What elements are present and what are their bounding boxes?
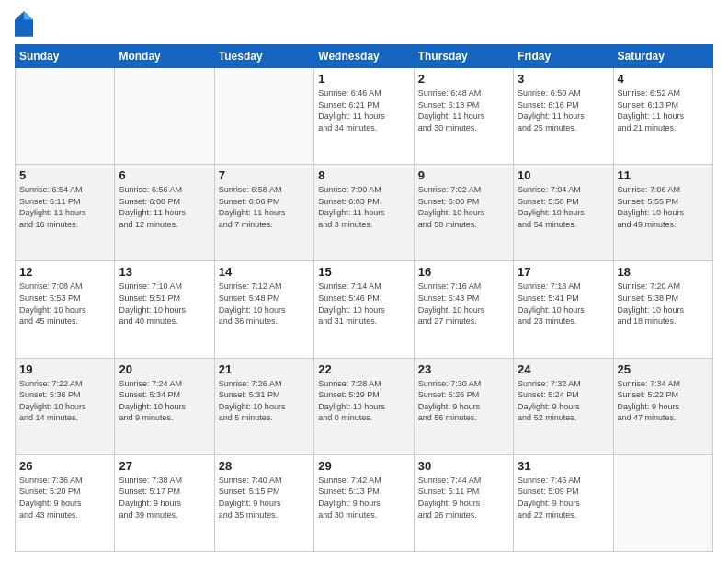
day-info: Sunrise: 7:04 AM Sunset: 5:58 PM Dayligh… xyxy=(518,184,609,230)
day-info: Sunrise: 7:42 AM Sunset: 5:13 PM Dayligh… xyxy=(318,475,409,521)
calendar-week-row: 1Sunrise: 6:46 AM Sunset: 6:21 PM Daylig… xyxy=(16,68,713,165)
day-number: 29 xyxy=(318,459,409,473)
day-info: Sunrise: 6:50 AM Sunset: 6:16 PM Dayligh… xyxy=(518,87,609,133)
day-number: 1 xyxy=(318,72,409,86)
calendar-cell: 14Sunrise: 7:12 AM Sunset: 5:48 PM Dayli… xyxy=(214,261,313,358)
day-number: 24 xyxy=(518,362,609,376)
day-info: Sunrise: 7:32 AM Sunset: 5:24 PM Dayligh… xyxy=(518,378,609,424)
day-info: Sunrise: 7:40 AM Sunset: 5:15 PM Dayligh… xyxy=(219,475,310,521)
day-number: 9 xyxy=(418,168,509,182)
day-number: 6 xyxy=(119,168,210,182)
calendar-header-row: SundayMondayTuesdayWednesdayThursdayFrid… xyxy=(16,45,713,68)
day-header-friday: Friday xyxy=(514,45,613,68)
calendar-cell: 25Sunrise: 7:34 AM Sunset: 5:22 PM Dayli… xyxy=(613,358,712,454)
calendar-cell: 7Sunrise: 6:58 AM Sunset: 6:06 PM Daylig… xyxy=(214,165,313,261)
day-number: 30 xyxy=(418,459,509,473)
calendar-cell: 22Sunrise: 7:28 AM Sunset: 5:29 PM Dayli… xyxy=(314,358,414,454)
calendar-cell: 16Sunrise: 7:16 AM Sunset: 5:43 PM Dayli… xyxy=(414,261,513,358)
day-header-thursday: Thursday xyxy=(414,45,513,68)
calendar-cell: 13Sunrise: 7:10 AM Sunset: 5:51 PM Dayli… xyxy=(115,261,214,358)
day-number: 25 xyxy=(618,362,709,376)
calendar-cell: 17Sunrise: 7:18 AM Sunset: 5:41 PM Dayli… xyxy=(514,261,613,358)
day-info: Sunrise: 7:20 AM Sunset: 5:38 PM Dayligh… xyxy=(618,281,709,327)
calendar-cell: 20Sunrise: 7:24 AM Sunset: 5:34 PM Dayli… xyxy=(115,358,214,454)
day-header-sunday: Sunday xyxy=(16,45,115,68)
calendar-week-row: 12Sunrise: 7:08 AM Sunset: 5:53 PM Dayli… xyxy=(16,261,713,358)
day-number: 3 xyxy=(518,72,609,86)
day-number: 4 xyxy=(618,72,709,86)
day-info: Sunrise: 6:48 AM Sunset: 6:18 PM Dayligh… xyxy=(418,87,509,133)
calendar-cell: 1Sunrise: 6:46 AM Sunset: 6:21 PM Daylig… xyxy=(314,68,414,165)
day-number: 27 xyxy=(119,459,210,473)
calendar-cell: 24Sunrise: 7:32 AM Sunset: 5:24 PM Dayli… xyxy=(514,358,613,454)
calendar-cell: 19Sunrise: 7:22 AM Sunset: 5:36 PM Dayli… xyxy=(16,358,115,454)
day-number: 14 xyxy=(219,265,310,279)
day-number: 13 xyxy=(119,265,210,279)
day-number: 8 xyxy=(318,168,409,182)
calendar-cell: 18Sunrise: 7:20 AM Sunset: 5:38 PM Dayli… xyxy=(613,261,712,358)
day-info: Sunrise: 7:00 AM Sunset: 6:03 PM Dayligh… xyxy=(318,184,409,230)
calendar-cell: 12Sunrise: 7:08 AM Sunset: 5:53 PM Dayli… xyxy=(16,261,115,358)
calendar-cell: 15Sunrise: 7:14 AM Sunset: 5:46 PM Dayli… xyxy=(314,261,414,358)
day-info: Sunrise: 6:52 AM Sunset: 6:13 PM Dayligh… xyxy=(618,87,709,133)
day-number: 28 xyxy=(219,459,310,473)
calendar-cell xyxy=(214,68,313,165)
day-info: Sunrise: 7:44 AM Sunset: 5:11 PM Dayligh… xyxy=(418,475,509,521)
calendar-cell xyxy=(613,454,712,551)
day-info: Sunrise: 6:56 AM Sunset: 6:08 PM Dayligh… xyxy=(119,184,210,230)
day-number: 11 xyxy=(618,168,709,182)
day-info: Sunrise: 7:38 AM Sunset: 5:17 PM Dayligh… xyxy=(119,475,210,521)
calendar-cell xyxy=(16,68,115,165)
calendar-cell: 9Sunrise: 7:02 AM Sunset: 6:00 PM Daylig… xyxy=(414,165,513,261)
calendar-cell: 23Sunrise: 7:30 AM Sunset: 5:26 PM Dayli… xyxy=(414,358,513,454)
logo xyxy=(15,11,37,37)
day-info: Sunrise: 7:16 AM Sunset: 5:43 PM Dayligh… xyxy=(418,281,509,327)
svg-marker-1 xyxy=(24,11,33,19)
calendar-cell: 30Sunrise: 7:44 AM Sunset: 5:11 PM Dayli… xyxy=(414,454,513,551)
day-header-monday: Monday xyxy=(115,45,214,68)
day-info: Sunrise: 7:28 AM Sunset: 5:29 PM Dayligh… xyxy=(318,378,409,424)
calendar-cell: 6Sunrise: 6:56 AM Sunset: 6:08 PM Daylig… xyxy=(115,165,214,261)
calendar-cell: 28Sunrise: 7:40 AM Sunset: 5:15 PM Dayli… xyxy=(214,454,313,551)
calendar-cell: 27Sunrise: 7:38 AM Sunset: 5:17 PM Dayli… xyxy=(115,454,214,551)
day-info: Sunrise: 6:46 AM Sunset: 6:21 PM Dayligh… xyxy=(318,87,409,133)
day-info: Sunrise: 6:58 AM Sunset: 6:06 PM Dayligh… xyxy=(219,184,310,230)
day-header-saturday: Saturday xyxy=(613,45,712,68)
calendar-week-row: 5Sunrise: 6:54 AM Sunset: 6:11 PM Daylig… xyxy=(16,165,713,261)
day-info: Sunrise: 7:10 AM Sunset: 5:51 PM Dayligh… xyxy=(119,281,210,327)
calendar-cell: 2Sunrise: 6:48 AM Sunset: 6:18 PM Daylig… xyxy=(414,68,513,165)
day-number: 5 xyxy=(19,168,110,182)
logo-icon xyxy=(15,11,33,37)
day-number: 2 xyxy=(418,72,509,86)
calendar-cell: 26Sunrise: 7:36 AM Sunset: 5:20 PM Dayli… xyxy=(16,454,115,551)
calendar-table: SundayMondayTuesdayWednesdayThursdayFrid… xyxy=(15,44,713,552)
day-number: 21 xyxy=(219,362,310,376)
day-header-tuesday: Tuesday xyxy=(214,45,313,68)
calendar-cell: 10Sunrise: 7:04 AM Sunset: 5:58 PM Dayli… xyxy=(514,165,613,261)
day-number: 26 xyxy=(19,459,110,473)
day-info: Sunrise: 7:14 AM Sunset: 5:46 PM Dayligh… xyxy=(318,281,409,327)
day-number: 31 xyxy=(518,459,609,473)
day-number: 19 xyxy=(19,362,110,376)
day-info: Sunrise: 7:46 AM Sunset: 5:09 PM Dayligh… xyxy=(518,475,609,521)
day-info: Sunrise: 7:06 AM Sunset: 5:55 PM Dayligh… xyxy=(618,184,709,230)
day-info: Sunrise: 7:34 AM Sunset: 5:22 PM Dayligh… xyxy=(618,378,709,424)
day-header-wednesday: Wednesday xyxy=(314,45,414,68)
header xyxy=(15,11,713,37)
day-info: Sunrise: 7:08 AM Sunset: 5:53 PM Dayligh… xyxy=(19,281,110,327)
day-number: 7 xyxy=(219,168,310,182)
page: SundayMondayTuesdayWednesdayThursdayFrid… xyxy=(0,0,728,563)
day-info: Sunrise: 7:12 AM Sunset: 5:48 PM Dayligh… xyxy=(219,281,310,327)
day-info: Sunrise: 7:36 AM Sunset: 5:20 PM Dayligh… xyxy=(19,475,110,521)
calendar-cell xyxy=(115,68,214,165)
calendar-cell: 31Sunrise: 7:46 AM Sunset: 5:09 PM Dayli… xyxy=(514,454,613,551)
calendar-cell: 5Sunrise: 6:54 AM Sunset: 6:11 PM Daylig… xyxy=(16,165,115,261)
calendar-cell: 8Sunrise: 7:00 AM Sunset: 6:03 PM Daylig… xyxy=(314,165,414,261)
day-number: 10 xyxy=(518,168,609,182)
day-info: Sunrise: 7:22 AM Sunset: 5:36 PM Dayligh… xyxy=(19,378,110,424)
day-number: 16 xyxy=(418,265,509,279)
day-info: Sunrise: 7:30 AM Sunset: 5:26 PM Dayligh… xyxy=(418,378,509,424)
day-number: 18 xyxy=(618,265,709,279)
day-info: Sunrise: 7:02 AM Sunset: 6:00 PM Dayligh… xyxy=(418,184,509,230)
calendar-cell: 29Sunrise: 7:42 AM Sunset: 5:13 PM Dayli… xyxy=(314,454,414,551)
